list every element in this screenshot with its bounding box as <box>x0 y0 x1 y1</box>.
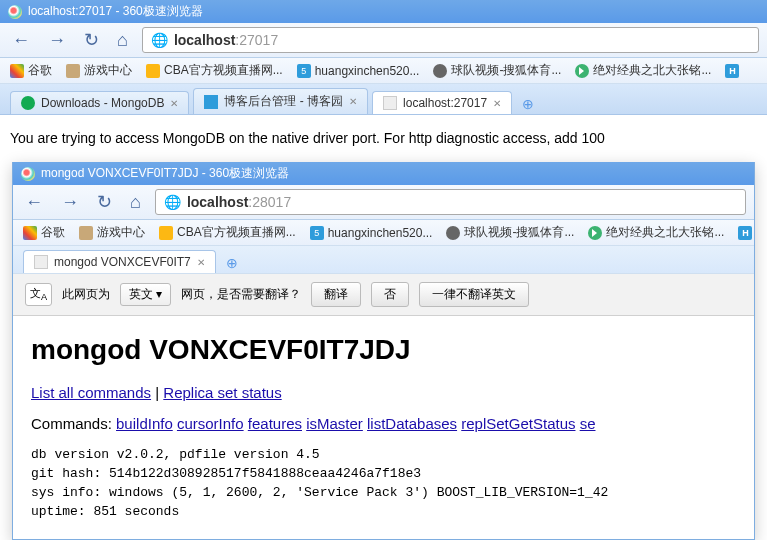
commands-label: Commands: <box>31 415 112 432</box>
outer-bookmark-bar: 谷歌游戏中心CBA官方视频直播网...5huangxinchen520...球队… <box>0 58 767 84</box>
bookmark-item[interactable]: 绝对经典之北大张铭... <box>575 62 711 79</box>
browser-tab[interactable]: localhost:27017✕ <box>372 91 512 114</box>
game-icon <box>79 226 93 240</box>
url-host: localhost <box>187 194 248 210</box>
play-icon <box>575 64 589 78</box>
person-icon <box>446 226 460 240</box>
bookmark-item[interactable]: 5huangxinchen520... <box>297 64 420 78</box>
browser-logo-icon <box>21 167 35 181</box>
g-icon <box>23 226 37 240</box>
page-heading: mongod VONXCEVF0IT7JDJ <box>31 334 736 366</box>
browser-tab[interactable]: 博客后台管理 - 博客园✕ <box>193 88 368 114</box>
bookmark-item[interactable]: CBA官方视频直播网... <box>146 62 283 79</box>
bookmark-item[interactable]: H <box>738 226 754 240</box>
bookmark-item[interactable]: H <box>725 64 743 78</box>
h-icon: H <box>738 226 752 240</box>
bookmark-label: 游戏中心 <box>97 224 145 241</box>
hx-icon: 5 <box>310 226 324 240</box>
tab-close-icon[interactable]: ✕ <box>349 96 357 107</box>
outer-window-titlebar: localhost:27017 - 360极速浏览器 <box>0 0 767 23</box>
g-icon <box>10 64 24 78</box>
play-icon <box>588 226 602 240</box>
new-tab-button[interactable]: ⊕ <box>516 94 540 114</box>
globe-icon: 🌐 <box>151 32 168 48</box>
browser-logo-icon <box>8 5 22 19</box>
translate-prompt-post: 网页，是否需要翻译？ <box>181 286 301 303</box>
browser-tab[interactable]: Downloads - MongoDB✕ <box>10 91 189 114</box>
command-link-buildInfo[interactable]: buildInfo <box>116 415 173 432</box>
bookmark-item[interactable]: 游戏中心 <box>66 62 132 79</box>
home-button[interactable]: ⌂ <box>126 190 145 215</box>
person-icon <box>433 64 447 78</box>
translate-never-button[interactable]: 一律不翻译英文 <box>419 282 529 307</box>
command-link-features[interactable]: features <box>248 415 302 432</box>
inner-tab-label: mongod VONXCEVF0IT7 <box>54 255 191 269</box>
bookmark-label: 谷歌 <box>28 62 52 79</box>
bookmark-label: 绝对经典之北大张铭... <box>593 62 711 79</box>
url-host: localhost <box>174 32 235 48</box>
mongodb-driver-port-message: You are trying to access MongoDB on the … <box>10 130 605 146</box>
url-port: :27017 <box>235 32 278 48</box>
command-link-cursorInfo[interactable]: cursorInfo <box>177 415 244 432</box>
globe-icon: 🌐 <box>164 194 181 210</box>
reload-button[interactable]: ↻ <box>80 27 103 53</box>
mongod-http-console: mongod VONXCEVF0IT7JDJ List all commands… <box>13 316 754 539</box>
command-link-isMaster[interactable]: isMaster <box>306 415 363 432</box>
command-link-se[interactable]: se <box>580 415 596 432</box>
bookmark-item[interactable]: 谷歌 <box>10 62 52 79</box>
translate-no-button[interactable]: 否 <box>371 282 409 307</box>
tab-close-icon[interactable]: ✕ <box>197 257 205 268</box>
inner-window: mongod VONXCEVF0IT7JDJ - 360极速浏览器 ← → ↻ … <box>12 162 755 540</box>
tab-favicon-icon <box>21 96 35 110</box>
translate-lang-select[interactable]: 英文 ▾ <box>120 283 171 306</box>
back-button[interactable]: ← <box>8 28 34 53</box>
tab-label: 博客后台管理 - 博客园 <box>224 93 343 110</box>
inner-url-input[interactable]: 🌐 localhost:28017 <box>155 189 746 215</box>
home-button[interactable]: ⌂ <box>113 28 132 53</box>
inner-toolbar: ← → ↻ ⌂ 🌐 localhost:28017 <box>13 185 754 220</box>
bookmark-label: 球队视频-搜狐体育... <box>464 224 574 241</box>
new-tab-button[interactable]: ⊕ <box>220 253 244 273</box>
bookmark-label: 游戏中心 <box>84 62 132 79</box>
outer-url-input[interactable]: 🌐 localhost:27017 <box>142 27 759 53</box>
replica-set-status-link[interactable]: Replica set status <box>163 384 281 401</box>
translate-prompt-pre: 此网页为 <box>62 286 110 303</box>
outer-tabstrip: Downloads - MongoDB✕博客后台管理 - 博客园✕localho… <box>0 84 767 115</box>
inner-bookmark-bar: 谷歌游戏中心CBA官方视频直播网...5huangxinchen520...球队… <box>13 220 754 246</box>
command-link-listDatabases[interactable]: listDatabases <box>367 415 457 432</box>
tab-favicon-icon <box>204 95 218 109</box>
reload-button[interactable]: ↻ <box>93 189 116 215</box>
bookmark-label: huangxinchen520... <box>328 226 433 240</box>
tab-label: Downloads - MongoDB <box>41 96 164 110</box>
bookmark-label: CBA官方视频直播网... <box>177 224 296 241</box>
outer-window-title-text: localhost:27017 - 360极速浏览器 <box>28 3 203 20</box>
inner-window-titlebar: mongod VONXCEVF0IT7JDJ - 360极速浏览器 <box>13 162 754 185</box>
bookmark-label: 球队视频-搜狐体育... <box>451 62 561 79</box>
blank-favicon-icon <box>34 255 48 269</box>
translate-button[interactable]: 翻译 <box>311 282 361 307</box>
bookmark-item[interactable]: 绝对经典之北大张铭... <box>588 224 724 241</box>
bookmark-item[interactable]: CBA官方视频直播网... <box>159 224 296 241</box>
server-info-block: db version v2.0.2, pdfile version 4.5 gi… <box>31 446 736 521</box>
back-button[interactable]: ← <box>21 190 47 215</box>
bookmark-item[interactable]: 游戏中心 <box>79 224 145 241</box>
url-port: :28017 <box>248 194 291 210</box>
cba-icon <box>159 226 173 240</box>
outer-toolbar: ← → ↻ ⌂ 🌐 localhost:27017 <box>0 23 767 58</box>
tab-label: localhost:27017 <box>403 96 487 110</box>
list-all-commands-link[interactable]: List all commands <box>31 384 151 401</box>
hx-icon: 5 <box>297 64 311 78</box>
inner-tab[interactable]: mongod VONXCEVF0IT7 ✕ <box>23 250 216 273</box>
tab-close-icon[interactable]: ✕ <box>170 98 178 109</box>
cba-icon <box>146 64 160 78</box>
inner-window-title-text: mongod VONXCEVF0IT7JDJ - 360极速浏览器 <box>41 165 289 182</box>
bookmark-label: huangxinchen520... <box>315 64 420 78</box>
command-link-replSetGetStatus[interactable]: replSetGetStatus <box>461 415 575 432</box>
bookmark-item[interactable]: 谷歌 <box>23 224 65 241</box>
forward-button[interactable]: → <box>57 190 83 215</box>
bookmark-item[interactable]: 5huangxinchen520... <box>310 226 433 240</box>
forward-button[interactable]: → <box>44 28 70 53</box>
bookmark-item[interactable]: 球队视频-搜狐体育... <box>446 224 574 241</box>
tab-close-icon[interactable]: ✕ <box>493 98 501 109</box>
bookmark-item[interactable]: 球队视频-搜狐体育... <box>433 62 561 79</box>
